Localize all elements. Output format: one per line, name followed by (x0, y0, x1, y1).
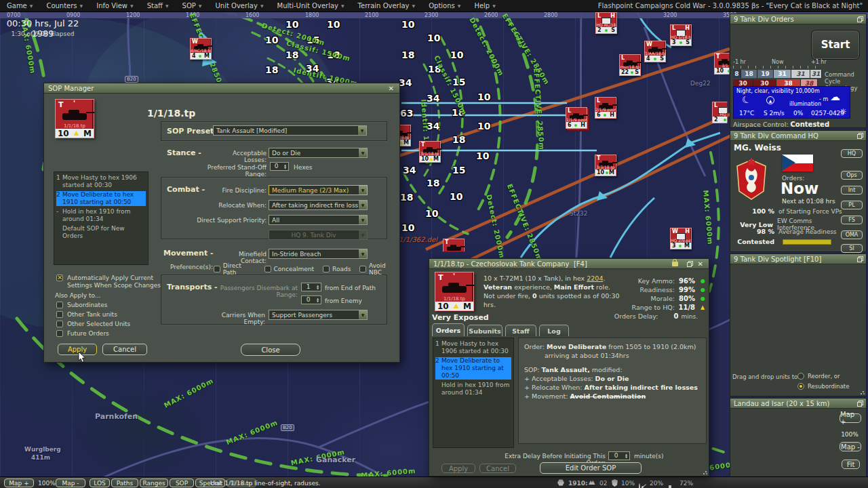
menu-item[interactable]: Options▼ (422, 0, 467, 12)
order-list-item[interactable]: Default SOP for New Orders (56, 225, 146, 240)
order-list-item[interactable]: 2Move Deliberate to hex 1910 starting at… (56, 191, 146, 206)
unit-dialog-tab[interactable]: Staff (505, 325, 536, 336)
map-unit-counter[interactable]: W 1/AA/18.tp 4 S (644, 41, 666, 62)
relocate-when-dropdown[interactable]: After taking indirect fire losses▼ (269, 200, 368, 210)
order-list-item[interactable]: 2Move Deliberate to hex 1910 starting at… (435, 357, 511, 380)
order-list-item[interactable]: 1Move Hasty to hex 1906 started at 00:30 (56, 174, 146, 189)
dialog-resize-grip[interactable] (703, 470, 708, 475)
map-unit-counter[interactable]: L H HQ RC/18 2 S (595, 12, 617, 34)
acceptable-losses-dropdown[interactable]: Do or Die▼ (269, 148, 368, 158)
apply-button[interactable]: Apply (58, 344, 97, 355)
direct-support-dropdown[interactable]: All▼ (269, 215, 368, 225)
overlay-toggle-button[interactable]: LOS (90, 479, 110, 487)
hq-panel-title[interactable]: 9 Tank Div Command HQ (730, 131, 866, 141)
carriers-dropdown[interactable]: Support Passengers▼ (269, 310, 368, 320)
map-zoom-in-button[interactable]: Map + (4, 479, 34, 487)
hq-staff-button[interactable]: HQ (841, 149, 863, 158)
movement-pref-checkbox-row[interactable]: Avoid NBC (359, 262, 399, 276)
overlay-toggle-button[interactable]: Paths (111, 479, 138, 487)
map-unit-counter[interactable]: L msr/18.tp 22 S (619, 54, 641, 76)
menu-item[interactable]: Help▼ (467, 0, 502, 12)
minefield-contact-dropdown[interactable]: In-Stride Breach▼ (269, 249, 368, 259)
map-unit-counter[interactable]: W H HQ 2/9.pzr 3 M (670, 228, 692, 249)
start-turn-button[interactable]: Start (811, 30, 860, 60)
order-list-item[interactable]: -Hold in hex 1910 from around 01:34 (56, 208, 146, 223)
close-button[interactable]: Close (241, 344, 300, 356)
movement-pref-checkbox-row[interactable]: Direct Path (214, 262, 256, 276)
menu-item[interactable]: Terrain Overlay▼ (351, 0, 422, 12)
close-icon[interactable]: ✕ (387, 85, 395, 92)
movement-pref-checkbox-row[interactable]: Roads (323, 262, 351, 276)
map-unit-counter[interactable]: T 3/1/18.tp 10 M (419, 141, 441, 163)
menu-item[interactable]: Info View▼ (90, 0, 140, 12)
menu-item[interactable]: Staff▼ (140, 0, 176, 12)
unit-orders-list[interactable]: 1Move Hasty to hex 1906 started at 00:30… (433, 338, 514, 448)
detach-icon[interactable] (687, 261, 693, 267)
close-icon[interactable]: ✕ (698, 260, 703, 268)
map-unit-counter[interactable]: T 3/3/18.tp 10 M (595, 155, 616, 176)
reorder-radio-row[interactable]: Reorder, or (797, 373, 840, 380)
minimap-zoom-in-button[interactable]: Map + (840, 413, 861, 423)
lock-icon[interactable] (672, 262, 678, 266)
hq-staff-button[interactable]: Int (841, 186, 863, 195)
scope-checkbox-row[interactable]: Subordinates (56, 302, 107, 308)
standoff-range-spinner[interactable]: 0▲▼ (270, 162, 289, 171)
panel-collapse-icon[interactable] (857, 16, 863, 22)
scope-checkbox-row[interactable]: Other Selected Units (56, 321, 130, 327)
panel-collapse-icon[interactable] (857, 133, 863, 139)
overlay-toggle-button[interactable]: SOP (170, 479, 194, 487)
sop-orders-list[interactable]: 1Move Hasty to hex 1906 started at 00:30… (54, 171, 149, 265)
disembark-range-spinner[interactable]: 1▲▼ (301, 283, 321, 291)
overlay-toggle-button[interactable]: Ranges (140, 479, 168, 487)
movement-pref-checkbox-row[interactable]: Concealment (264, 262, 315, 276)
extra-delay-spinner[interactable]: 0▲▼ (608, 451, 630, 460)
apply-button[interactable]: Apply (441, 464, 475, 473)
menu-item[interactable]: Unit Overlay▼ (208, 0, 270, 12)
enemy-range-spinner[interactable]: 0▲▼ (301, 296, 321, 304)
movement-pref-checkbox[interactable] (214, 266, 220, 272)
panel-resize-grip[interactable] (860, 390, 865, 395)
menu-item[interactable]: Multi-Unit Overlay▼ (271, 0, 351, 12)
orders-panel-title[interactable]: 9 Tank Div Orders (730, 14, 866, 24)
scope-checkbox-row[interactable]: Other Tank units (56, 311, 117, 318)
movement-pref-checkbox[interactable] (359, 266, 366, 272)
map-unit-counter[interactable]: W 4/RC/18.tp 4 M (190, 38, 212, 60)
unit-dialog-titlebar[interactable]: 1/1/18.tp - Czechoslovak Tank Company [F… (429, 259, 709, 269)
unit-dialog-tab[interactable]: Orders (432, 323, 465, 336)
scope-checkbox[interactable] (56, 321, 63, 327)
auto-apply-row[interactable]: Automatically Apply Current Settings Whe… (56, 274, 172, 289)
unit-dialog-tab[interactable]: Log (539, 325, 569, 336)
panel-collapse-icon[interactable] (857, 401, 863, 407)
map-unit-counter[interactable]: L 2/1/9.pzor 6 H (595, 97, 616, 119)
panel-collapse-icon[interactable] (857, 256, 863, 262)
minimap-panel-title[interactable]: Landau ad Isar (20 x 15 km) (730, 399, 866, 409)
minimap-fit-button[interactable]: Fit (842, 460, 860, 469)
resubordinate-radio[interactable] (797, 383, 804, 390)
resubordinate-radio-row[interactable]: Resubordinate (797, 383, 849, 390)
minimap-zoom-out-button[interactable]: Map - (840, 442, 861, 451)
menu-item[interactable]: SOP▼ (176, 0, 209, 12)
cancel-button[interactable]: Cancel (102, 344, 147, 355)
movement-pref-checkbox[interactable] (323, 266, 330, 272)
map-unit-counter[interactable]: L H HQ 1/18.tp 3 S (670, 24, 692, 46)
cancel-button[interactable]: Cancel (479, 464, 516, 473)
edit-order-sop-button[interactable]: Edit Order SOP (540, 462, 642, 474)
order-list-item[interactable]: 1Move Hasty to hex 1906 started at 00:30 (435, 340, 511, 355)
auto-apply-checkbox[interactable] (56, 274, 63, 281)
scope-checkbox[interactable] (56, 330, 63, 337)
scope-checkbox[interactable] (56, 302, 63, 308)
reorder-radio[interactable] (797, 373, 804, 380)
fire-discipline-dropdown[interactable]: Medium Range (2/3 Max)▼ (269, 185, 368, 195)
scope-checkbox-row[interactable]: Future Orders (56, 330, 109, 337)
menu-item[interactable]: Game▼ (0, 0, 39, 12)
sop-dialog-titlebar[interactable]: SOP Manager ✕ (44, 83, 399, 94)
unit-dialog-tab[interactable]: Subunits (467, 325, 502, 336)
map-zoom-out-button[interactable]: Map - (56, 479, 85, 487)
movement-pref-checkbox[interactable] (264, 266, 271, 272)
sop-preset-dropdown[interactable]: Tank Assault [Modified]▼ (213, 125, 367, 136)
map-unit-counter[interactable]: L 1/1/9.pzor 6 H (566, 107, 587, 129)
scope-checkbox[interactable] (56, 311, 63, 318)
menu-item[interactable]: Counters▼ (39, 0, 90, 12)
hq-staff-button[interactable]: Ops (841, 171, 863, 180)
order-list-item[interactable]: Hold in hex 1910 from around 01:34 (435, 382, 511, 396)
